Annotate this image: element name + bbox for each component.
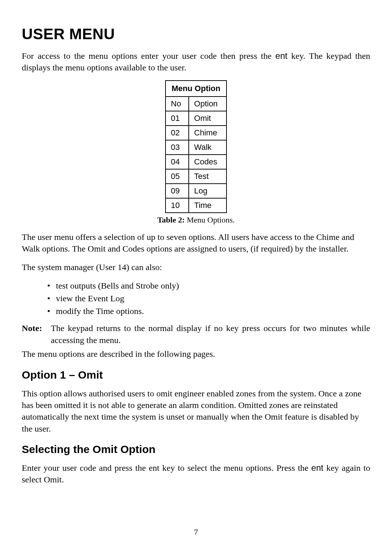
list-item: view the Event Log [47,292,370,305]
table-caption-label: Table 2: [157,215,185,224]
table-cell-no: 04 [166,155,189,169]
table-cell-no: 03 [166,140,189,155]
note-label: Note: [22,322,51,346]
heading-selecting-omit: Selecting the Omit Option [22,443,370,456]
table-cell-no: 01 [166,111,189,126]
selecting-before: Enter your user code and press the ent k… [22,463,311,473]
para-selecting: Enter your user code and press the ent k… [22,462,370,486]
table-cell-no: 02 [166,126,189,140]
table-caption-text: Menu Options. [185,215,235,224]
table-cell-no-head: No [166,97,189,111]
table-row: 03Walk [166,140,226,155]
intro-text-before: For access to the menu options enter you… [22,51,275,61]
table-row: 05Test [166,169,226,184]
table-cell-option: Time [189,198,226,213]
table-cell-option: Test [189,169,226,184]
table-row: 01Omit [166,111,226,126]
page-number: 7 [0,527,392,537]
table-row: 02Chime [166,126,226,140]
table-cell-option: Log [189,184,226,198]
para-omit: This option allows authorised users to o… [22,388,370,435]
table-cell-option: Chime [189,126,226,140]
intro-paragraph: For access to the menu options enter you… [22,50,370,74]
page-title: USER MENU [22,25,370,43]
para-manager: The system manager (User 14) can also: [22,261,370,273]
table-row: 09Log [166,184,226,198]
table-cell-option: Codes [189,155,226,169]
table-row: 10Time [166,198,226,213]
table-row: 04Codes [166,155,226,169]
para-after-table: The user menu offers a selection of up t… [22,231,370,255]
note-row: Note: The keypad returns to the normal d… [22,322,370,346]
table-cell-no: 10 [166,198,189,213]
menu-options-table: Menu Option No Option 01Omit 02Chime 03W… [165,80,227,213]
table-caption: Table 2: Menu Options. [22,215,370,225]
list-item: modify the Time options. [47,305,370,318]
table-cell-option: Omit [189,111,226,126]
para-following: The menu options are described in the fo… [22,348,370,360]
table-row: No Option [166,97,226,111]
list-item: test outputs (Bells and Strobe only) [47,279,370,292]
heading-omit: Option 1 – Omit [22,369,370,381]
table-cell-no: 05 [166,169,189,184]
note-body: The keypad returns to the normal display… [51,322,370,346]
table-header: Menu Option [166,81,226,97]
table-cell-no: 09 [166,184,189,198]
table-cell-option-head: Option [189,97,226,111]
table-cell-option: Walk [189,140,226,155]
ent-key-text: ent [275,51,287,61]
manager-bullets: test outputs (Bells and Strobe only) vie… [47,279,370,317]
menu-table-wrapper: Menu Option No Option 01Omit 02Chime 03W… [22,80,370,225]
ent-key-text: ent [311,463,323,473]
